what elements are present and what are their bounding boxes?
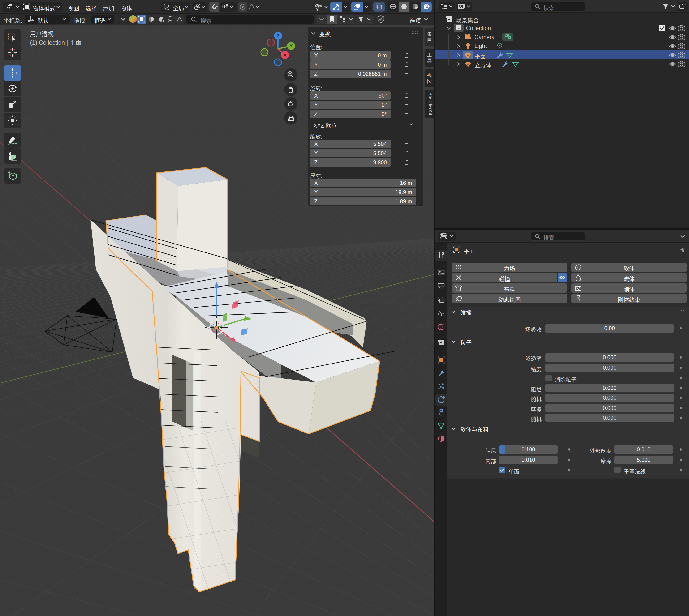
svg-text:X: X bbox=[283, 53, 287, 58]
svg-text:Z: Z bbox=[277, 33, 280, 38]
svg-text:Y: Y bbox=[290, 43, 293, 48]
